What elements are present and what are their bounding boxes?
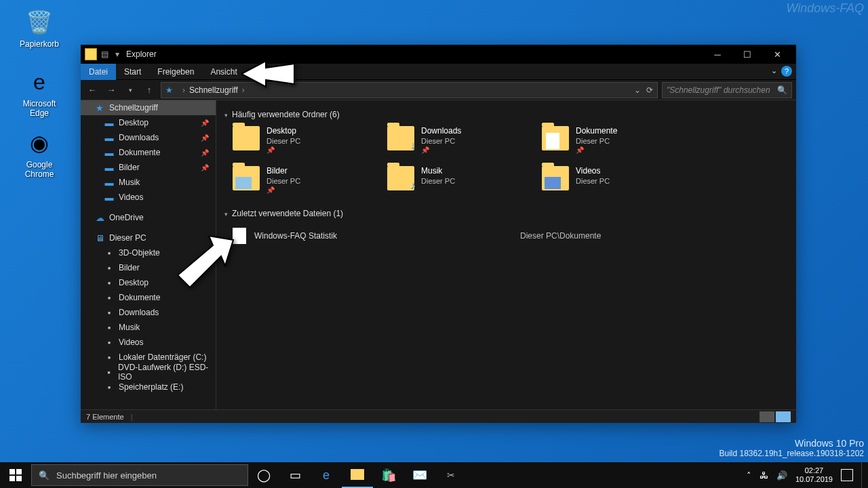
tab-start[interactable]: Start [116, 64, 149, 80]
tray-network-icon[interactable]: 🖧 [760, 470, 768, 481]
tray-chevron-icon[interactable]: ˄ [747, 470, 751, 481]
folder-item-bilder[interactable]: Bilder Dieser PC 📌 [233, 166, 375, 194]
folder-item-videos[interactable]: Videos Dieser PC [542, 166, 684, 194]
pin-icon: 📌 [576, 146, 617, 154]
folder-location: Dieser PC [421, 137, 461, 145]
tray-volume-icon[interactable]: 🔊 [776, 470, 787, 481]
tree-item-desktop[interactable]: ▪Desktop [81, 275, 216, 290]
content-pane: Häufig verwendete Ordner (6) Desktop Die… [216, 100, 796, 409]
group-header-recent[interactable]: Zuletzt verwendete Dateien (1) [216, 203, 796, 225]
search-icon: 🔍 [39, 470, 50, 481]
minimize-button[interactable]: ─ [703, 45, 732, 64]
help-icon[interactable]: ? [781, 66, 792, 77]
action-center-icon[interactable] [841, 469, 853, 481]
back-button[interactable]: ← [85, 83, 100, 98]
status-text: 7 Elemente [86, 413, 124, 421]
task-view-button[interactable]: ▭ [279, 462, 311, 488]
tree-item-downloads[interactable]: ▬Downloads📌 [81, 130, 216, 145]
tree-item-3d-objekte[interactable]: ▪3D-Objekte [81, 245, 216, 260]
file-name: Windows-FAQ Statistik [254, 231, 512, 241]
taskbar-app-explorer[interactable] [342, 462, 373, 488]
show-desktop-button[interactable] [861, 462, 865, 488]
view-details-button[interactable] [760, 411, 774, 422]
tree-item-onedrive[interactable]: ☁OneDrive [81, 210, 216, 225]
disk-icon: ▪ [104, 322, 115, 333]
folder-name: Desktop [267, 126, 300, 136]
qat-item[interactable]: ▾ [115, 49, 119, 59]
desktop-icon-microsoft-edge[interactable]: eMicrosoft Edge [14, 68, 65, 118]
desktop-icon-google-chrome[interactable]: ◉Google Chrome [14, 129, 65, 179]
tab-datei[interactable]: Datei [81, 64, 116, 80]
maximize-button[interactable]: ☐ [732, 45, 762, 64]
tree-label: Videos [119, 338, 143, 347]
address-dropdown-icon[interactable]: ⌄ [634, 85, 641, 95]
search-input[interactable]: "Schnellzugriff" durchsuchen 🔍 [662, 82, 792, 98]
taskbar-app-edge[interactable]: e [311, 462, 342, 488]
folder-item-downloads[interactable]: Downloads Dieser PC 📌 [387, 126, 530, 154]
tree-item-videos[interactable]: ▬Videos [81, 190, 216, 205]
tree-label: Dokumente [119, 148, 160, 157]
start-button[interactable] [0, 462, 31, 488]
tree-item-musik[interactable]: ▬Musik [81, 175, 216, 190]
taskbar-app-snip[interactable]: ✂ [435, 462, 467, 488]
onedrive-icon: ☁ [94, 212, 105, 223]
tray-clock[interactable]: 02:27 10.07.2019 [795, 466, 833, 484]
taskbar-app-mail[interactable]: ✉️ [404, 462, 435, 488]
desktop-icon-papierkorb[interactable]: 🗑️Papierkorb [14, 8, 65, 49]
disk-icon: ▪ [104, 292, 115, 303]
tree-item-bilder[interactable]: ▬Bilder📌 [81, 160, 216, 175]
titlebar[interactable]: ▤ ▾ Explorer ─ ☐ ✕ [81, 45, 796, 64]
tree-item-schnellzugriff[interactable]: ★Schnellzugriff [81, 100, 216, 115]
star-icon: ★ [165, 85, 173, 95]
folder-location: Dieser PC [576, 137, 617, 145]
tree-label: Bilder [119, 163, 140, 172]
folder-item-dokumente[interactable]: Dokumente Dieser PC 📌 [542, 126, 684, 154]
ribbon-collapse-icon[interactable]: ⌄ [771, 66, 777, 75]
view-thumbnails-button[interactable] [776, 411, 791, 422]
disk-icon: ▪ [104, 367, 114, 378]
refresh-icon[interactable]: ⟳ [646, 85, 653, 95]
group-header-frequent[interactable]: Häufig verwendete Ordner (6) [216, 104, 796, 126]
file-row[interactable]: Windows-FAQ Statistik Dieser PC\Dokument… [216, 225, 796, 247]
folder-name: Downloads [421, 126, 461, 136]
cortana-button[interactable]: ◯ [248, 462, 279, 488]
up-button[interactable]: ↑ [142, 83, 157, 98]
tree-item-dokumente[interactable]: ▬Dokumente📌 [81, 145, 216, 160]
address-bar[interactable]: ★ › Schnellzugriff › ⌄ ⟳ [161, 82, 658, 98]
tree-item-videos[interactable]: ▪Videos [81, 335, 216, 350]
folder-icon [233, 126, 260, 150]
icon-label: Google Chrome [14, 160, 65, 179]
tab-ansicht[interactable]: Ansicht [202, 64, 245, 80]
tree-item-speicherplatz-e-[interactable]: ▪Speicherplatz (E:) [81, 380, 216, 394]
taskbar-app-store[interactable]: 🛍️ [373, 462, 404, 488]
tree-label: OneDrive [109, 213, 144, 222]
desktop-icon: ▬ [104, 132, 115, 143]
tree-label: Downloads [119, 308, 159, 317]
tree-item-dvd-laufwerk-d-esd-iso[interactable]: ▪DVD-Laufwerk (D:) ESD-ISO [81, 365, 216, 380]
tree-label: Lokaler Datenträger (C:) [119, 352, 206, 362]
tree-label: Speicherplatz (E:) [119, 382, 183, 392]
history-dropdown[interactable]: ▾ [123, 83, 138, 98]
breadcrumb-current[interactable]: Schnellzugriff [189, 85, 238, 95]
taskbar-search-input[interactable]: 🔍 Suchbegriff hier eingeben [31, 464, 248, 486]
tab-freigeben[interactable]: Freigeben [149, 64, 202, 80]
file-path: Dieser PC\Dokumente [520, 231, 601, 241]
tree-item-desktop[interactable]: ▬Desktop📌 [81, 115, 216, 130]
tree-item-dieser-pc[interactable]: 🖥Dieser PC [81, 230, 216, 245]
forward-button[interactable]: → [104, 83, 119, 98]
pin-icon: 📌 [201, 149, 209, 157]
pin-icon: 📌 [267, 146, 300, 154]
qat-item[interactable]: ▤ [101, 49, 108, 59]
quick-access-toolbar: ▤ ▾ [101, 49, 119, 59]
folder-icon [542, 126, 569, 150]
folder-item-musik[interactable]: Musik Dieser PC [387, 166, 530, 194]
explorer-icon [85, 48, 97, 60]
tree-item-dokumente[interactable]: ▪Dokumente [81, 290, 216, 305]
tree-item-bilder[interactable]: ▪Bilder [81, 260, 216, 275]
close-button[interactable]: ✕ [762, 45, 792, 64]
pin-icon: 📌 [201, 119, 209, 127]
folder-icon [387, 166, 414, 190]
folder-item-desktop[interactable]: Desktop Dieser PC 📌 [233, 126, 375, 154]
tree-item-musik[interactable]: ▪Musik [81, 320, 216, 335]
tree-item-downloads[interactable]: ▪Downloads [81, 305, 216, 320]
